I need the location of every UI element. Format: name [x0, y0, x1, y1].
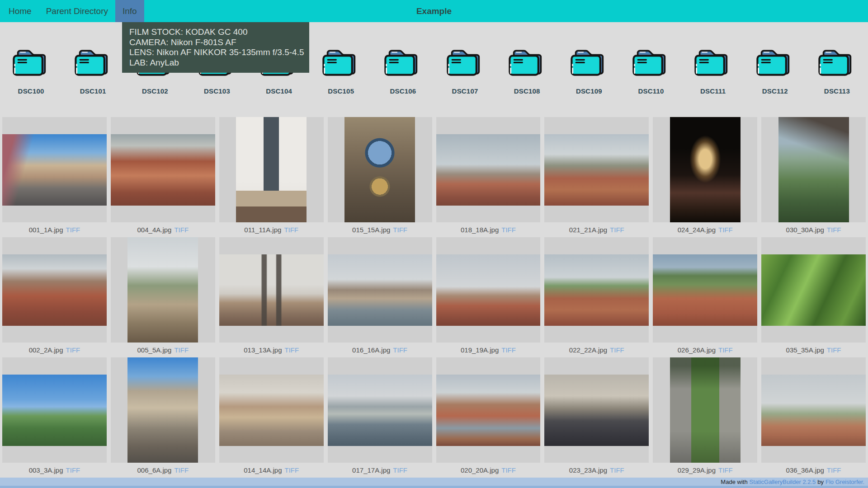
photo-thumbnail[interactable] [127, 237, 198, 343]
folder-item[interactable]: DSC110 [620, 47, 682, 117]
tiff-link[interactable]: TIFF [501, 226, 516, 234]
tiff-link[interactable]: TIFF [393, 226, 407, 234]
tiff-link[interactable]: TIFF [610, 226, 624, 234]
tiff-link[interactable]: TIFF [66, 466, 80, 474]
thumbnail-card [219, 117, 324, 222]
folder-item[interactable]: DSC107 [434, 47, 496, 117]
folder-label: DSC104 [266, 87, 292, 95]
photo-thumbnail[interactable] [778, 117, 849, 222]
folder-item[interactable]: DSC105 [310, 47, 372, 117]
gallery-cell: 035_35A.jpg TIFF [761, 237, 866, 357]
tiff-link[interactable]: TIFF [718, 226, 733, 234]
folder-item[interactable]: DSC108 [496, 47, 558, 117]
photo-thumbnail[interactable] [761, 254, 866, 326]
photo-thumbnail[interactable] [436, 254, 541, 326]
photo-caption: 021_21A.jpg TIFF [544, 222, 649, 237]
photo-thumbnail[interactable] [344, 117, 415, 222]
tiff-link[interactable]: TIFF [174, 346, 189, 354]
tiff-link[interactable]: TIFF [827, 226, 841, 234]
photo-caption: 013_13A.jpg TIFF [219, 343, 324, 357]
thumbnail-card [653, 237, 757, 343]
folder-item[interactable]: DSC111 [682, 47, 744, 117]
photo-thumbnail[interactable] [2, 134, 107, 206]
folder-item[interactable]: DSC109 [558, 47, 620, 117]
thumbnail-card [328, 237, 432, 343]
photo-thumbnail[interactable] [2, 254, 107, 326]
photo-filename: 022_22A.jpg [569, 346, 607, 354]
nav-home[interactable]: Home [1, 0, 39, 22]
photo-thumbnail[interactable] [111, 134, 215, 206]
tiff-link[interactable]: TIFF [718, 346, 733, 354]
folder-item[interactable]: DSC112 [744, 47, 806, 117]
photo-thumbnail[interactable] [2, 375, 107, 446]
tiff-link[interactable]: TIFF [66, 226, 80, 234]
thumbnail-card [653, 357, 757, 463]
tiff-link[interactable]: TIFF [393, 466, 407, 474]
photo-filename: 030_30A.jpg [786, 226, 824, 234]
photo-caption: 022_22A.jpg TIFF [544, 343, 649, 357]
tiff-link[interactable]: TIFF [501, 466, 516, 474]
folder-item[interactable]: DSC101 [62, 47, 124, 117]
photo-thumbnail[interactable] [436, 134, 541, 206]
photo-thumbnail[interactable] [127, 357, 198, 463]
folder-label: DSC113 [824, 87, 850, 95]
thumbnail-card [653, 117, 757, 222]
folder-icon [382, 47, 424, 78]
tiff-link[interactable]: TIFF [610, 466, 624, 474]
tiff-link[interactable]: TIFF [718, 466, 733, 474]
photo-thumbnail[interactable] [544, 134, 649, 206]
nav-info-tab[interactable]: Info [115, 0, 144, 22]
footer-builder-link[interactable]: StaticGalleryBuilder 2.2.5 [750, 479, 816, 485]
photo-thumbnail[interactable] [544, 375, 649, 446]
gallery-cell: 030_30A.jpg TIFF [761, 117, 866, 237]
photo-thumbnail[interactable] [436, 375, 541, 446]
photo-thumbnail[interactable] [236, 117, 307, 222]
tiff-link[interactable]: TIFF [501, 346, 516, 354]
footer-author-link[interactable]: Flo Greistorfer. [826, 479, 864, 485]
folder-item[interactable]: DSC100 [0, 47, 62, 117]
tiff-link[interactable]: TIFF [66, 346, 80, 354]
tiff-link[interactable]: TIFF [174, 466, 189, 474]
folder-icon [72, 47, 114, 78]
photo-thumbnail[interactable] [653, 254, 757, 326]
photo-filename: 014_14A.jpg [244, 466, 282, 474]
folder-label: DSC110 [638, 87, 664, 95]
photo-thumbnail[interactable] [328, 254, 432, 326]
gallery-cell: 015_15A.jpg TIFF [328, 117, 432, 237]
tiff-link[interactable]: TIFF [174, 226, 189, 234]
photo-thumbnail[interactable] [670, 357, 741, 463]
nav-parent-directory[interactable]: Parent Directory [39, 0, 115, 22]
tiff-link[interactable]: TIFF [284, 346, 299, 354]
photo-caption: 014_14A.jpg TIFF [219, 463, 324, 478]
folder-label: DSC109 [576, 87, 602, 95]
gallery-cell: 017_17A.jpg TIFF [328, 357, 432, 478]
gallery-cell: 006_6A.jpg TIFF [111, 357, 215, 478]
photo-filename: 021_21A.jpg [569, 226, 607, 234]
photo-thumbnail[interactable] [544, 254, 649, 326]
photo-caption: 023_23A.jpg TIFF [544, 463, 649, 478]
tiff-link[interactable]: TIFF [393, 346, 407, 354]
gallery-cell: 024_24A.jpg TIFF [653, 117, 757, 237]
tiff-link[interactable]: TIFF [827, 346, 841, 354]
tiff-link[interactable]: TIFF [610, 346, 624, 354]
thumbnail-card [111, 357, 215, 463]
folder-icon [816, 47, 858, 78]
photo-caption: 006_6A.jpg TIFF [111, 463, 215, 478]
photo-caption: 011_11A.jpg TIFF [219, 222, 324, 237]
photo-thumbnail[interactable] [328, 375, 432, 446]
tiff-link[interactable]: TIFF [284, 226, 298, 234]
tooltip-camera: CAMERA: Nikon F-801S AF [129, 38, 303, 48]
photo-thumbnail[interactable] [761, 375, 866, 446]
folder-item[interactable]: DSC106 [372, 47, 434, 117]
photo-thumbnail[interactable] [670, 117, 741, 222]
photo-filename: 024_24A.jpg [678, 226, 716, 234]
tiff-link[interactable]: TIFF [284, 466, 299, 474]
folder-label: DSC106 [390, 87, 416, 95]
thumbnail-card [328, 117, 432, 222]
folder-item[interactable]: DSC113 [806, 47, 868, 117]
folder-label: DSC102 [142, 87, 168, 95]
photo-thumbnail[interactable] [219, 254, 324, 326]
photo-thumbnail[interactable] [219, 375, 324, 446]
gallery-cell: 003_3A.jpg TIFF [2, 357, 107, 478]
tiff-link[interactable]: TIFF [827, 466, 841, 474]
